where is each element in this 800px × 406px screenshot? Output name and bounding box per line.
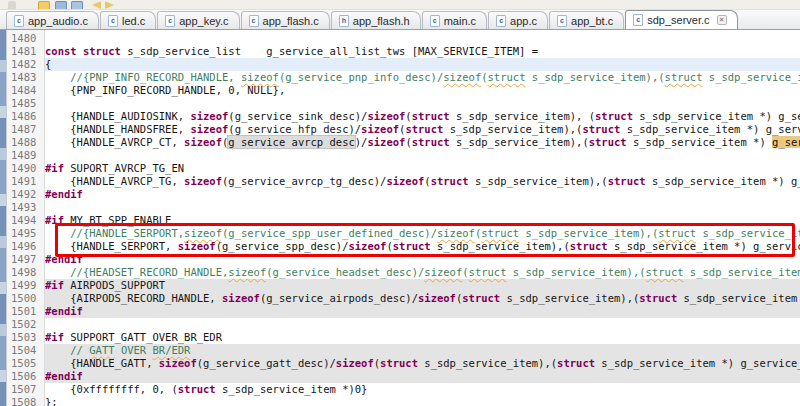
code-line-1501[interactable]: #endif [45,305,800,318]
line-number[interactable]: 1489 [7,149,44,162]
code-line-1489[interactable] [45,149,800,162]
keyword-token: struct [393,240,431,252]
code-line-1503[interactable]: #if SUPPORT_GATT_OVER_BR_EDR [45,331,800,344]
editor-tab-bar: capp_audio.ccled.ccapp_key.ccapp_flash.c… [0,10,800,30]
code-line-1508[interactable]: }; [45,396,800,406]
code-line-1499[interactable]: #if AIRPODS_SUPPORT [45,279,800,292]
comment-token: sizeof [241,71,279,83]
code-line-1481[interactable]: const struct s_sdp_service_list g_servic… [45,45,800,58]
code-token: s_sdp_service_item *) g_ [646,175,800,187]
tab-app_bt-c[interactable]: capp_bt.c [549,11,624,29]
line-number[interactable]: 1485 [7,97,44,110]
keyword-token: struct [595,110,633,122]
code-line-1502[interactable] [45,318,800,331]
code-line-1498[interactable]: //{HEADSET_RECORD_HANDLE,sizeof(g_servic… [45,266,800,279]
tab-label: app.c [510,15,537,27]
code-line-1487[interactable]: {HANDLE_HANDSFREE, sizeof(g_service_hfp_… [45,123,800,136]
code-line-1493[interactable] [45,201,800,214]
code-line-1500[interactable]: {AIRPODS_RECORD_HANDLE, sizeof(g_service… [45,292,800,305]
code-line-1506[interactable]: #endif [45,370,800,383]
line-number[interactable]: 1506 [7,370,44,383]
keyword-token: sizeof [184,136,222,148]
code-line-1497[interactable]: #endif [45,253,800,266]
code-line-1495[interactable]: //{HANDLE_SERPORT,sizeof(g_service_spp_u… [45,227,800,240]
code-line-1486[interactable]: {HANDLE_AUDIOSINK, sizeof(g_service_sink… [45,110,800,123]
line-number[interactable]: 1480 [7,32,44,45]
keyword-token: #endif [45,370,83,382]
c-file-icon: c [249,15,259,27]
code-line-1494[interactable]: #if MY_BT_SPP_ENABLE [45,214,800,227]
tab-main-c[interactable]: cmain.c [422,11,487,29]
line-number[interactable]: 1498 [7,266,44,279]
line-number[interactable]: 1496 [7,240,44,253]
line-number[interactable]: 1500 [7,292,44,305]
tab-sdp_server-c[interactable]: csdp_server.c✕ [625,10,737,29]
folder-icon[interactable] [38,1,50,9]
line-number[interactable]: 1499 [7,279,44,292]
line-number[interactable]: 1484 [7,84,44,97]
code-line-1507[interactable]: {0xffffffff, 0, (struct s_sdp_service_it… [45,383,800,396]
line-number[interactable]: 1490 [7,162,44,175]
code-token: SUPPORT_GATT_OVER_BR_EDR [64,331,222,343]
line-number[interactable]: 1488 [7,136,44,149]
code-line-1491[interactable]: {HANDLE_AVRCP_TG, sizeof(g_service_avrcp… [45,175,800,188]
code-line-1496[interactable]: {HANDLE_SERPORT, sizeof(g_service_spp_de… [45,240,800,253]
line-number[interactable]: 1486 [7,110,44,123]
line-number[interactable]: 1494 [7,214,44,227]
line-number[interactable]: 1504 [7,344,44,357]
line-number[interactable]: 1503 [7,331,44,344]
code-line-1482[interactable]: { [45,58,800,71]
code-line-1488[interactable]: {HANDLE_AVRCP_CT, sizeof(g_service_avrcp… [45,136,800,149]
code-token: s_sdp_service_item *) g_service_ [595,357,800,369]
line-number[interactable]: 1487 [7,123,44,136]
app-icon [8,1,16,9]
keyword-token: struct [412,136,450,148]
keyword-token: struct [462,292,500,304]
code-line-1483[interactable]: //{PNP_INFO_RECORD_HANDLE, sizeof(g_serv… [45,71,800,84]
tab-close-icon[interactable]: ✕ [717,15,727,25]
line-number[interactable]: 1491 [7,175,44,188]
line-number[interactable]: 1492 [7,188,44,201]
code-token: (g_service_spp_desc)/ [216,240,349,252]
comment-token: (g_service_pnp_info_desc)/ [279,71,443,83]
code-token: s_sdp_service_item), ( [450,110,595,122]
forward-arrow-icon[interactable] [105,1,114,9]
back-arrow-icon[interactable] [92,1,101,9]
left-marker-ruler[interactable] [0,30,7,406]
h-file-icon: h [339,15,349,27]
tab-label: sdp_server.c [647,14,709,26]
code-token: s_sdp_service_item),( [443,123,582,135]
tab-app_flash-c[interactable]: capp_flash.c [241,11,330,29]
code-line-1505[interactable]: {HANDLE_GATT, sizeof(g_service_gatt_desc… [45,357,800,370]
tab-app-c[interactable]: capp.c [488,11,548,29]
tab-led-c[interactable]: cled.c [100,11,156,29]
code-area[interactable]: const struct s_sdp_service_list g_servic… [45,30,800,406]
line-number[interactable]: 1508 [7,396,44,406]
line-number[interactable]: 1482 [7,58,44,71]
tab-app_audio-c[interactable]: capp_audio.c [6,11,99,29]
tab-app_key-c[interactable]: capp_key.c [157,11,239,29]
line-number[interactable]: 1501 [7,305,44,318]
tab-app_flash-h[interactable]: happ_flash.h [331,11,421,29]
table-window-icon[interactable] [71,1,83,9]
code-line-1504[interactable]: // GATT OVER BR/EDR [45,344,800,357]
code-line-1485[interactable] [45,97,800,110]
line-number[interactable]: 1495 [7,227,44,240]
code-line-1490[interactable]: #if SUPORT_AVRCP_TG_EN [45,162,800,175]
code-line-1480[interactable] [45,32,800,45]
line-number[interactable]: 1502 [7,318,44,331]
line-number[interactable]: 1483 [7,71,44,84]
comment-token: struct [469,266,507,278]
keyword-token: struct [178,383,216,395]
line-number[interactable]: 1505 [7,357,44,370]
line-number-gutter[interactable]: 1480148114821483148414851486148714881489… [7,30,45,406]
keyword-token: #endif [45,253,83,265]
code-line-1484[interactable]: {PNP_INFO_RECORD_HANDLE, 0, NULL}, [45,84,800,97]
line-number[interactable]: 1493 [7,201,44,214]
line-number[interactable]: 1497 [7,253,44,266]
line-number[interactable]: 1507 [7,383,44,396]
code-line-1492[interactable]: #endif [45,188,800,201]
keyword-token: sizeof [184,175,222,187]
editor-window-icon[interactable] [55,1,67,9]
line-number[interactable]: 1481 [7,45,44,58]
